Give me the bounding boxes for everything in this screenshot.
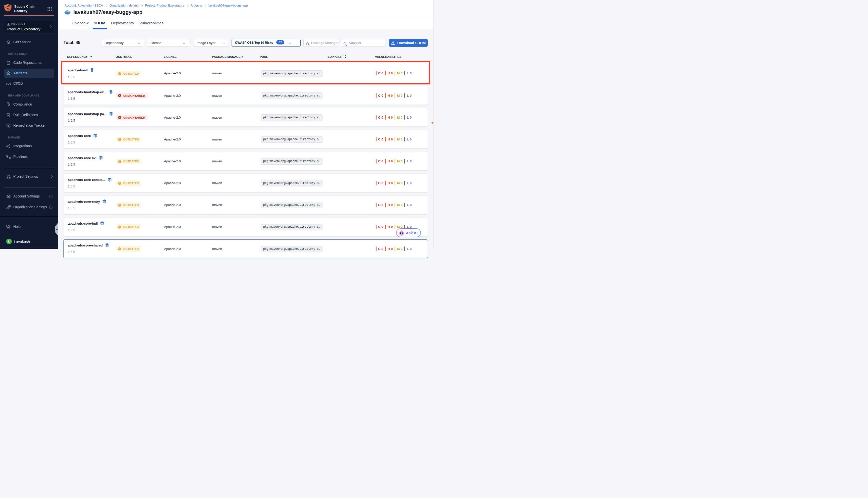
- svg-text:?: ?: [8, 225, 9, 227]
